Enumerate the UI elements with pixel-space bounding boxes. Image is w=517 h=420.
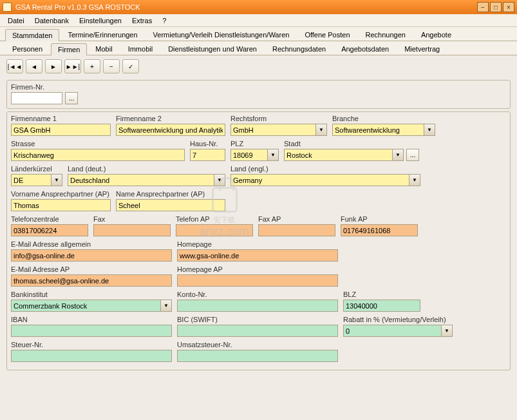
- tab-rechnungsdaten[interactable]: Rechnungsdaten: [265, 43, 333, 55]
- homepage-ap-label: Homepage AP: [177, 265, 338, 273]
- tab-rechnungen[interactable]: Rechnungen: [359, 28, 413, 41]
- nav-remove[interactable]: −: [103, 59, 120, 73]
- blz-input[interactable]: [343, 300, 420, 312]
- nav-prev[interactable]: ◄: [26, 59, 42, 73]
- rabatt-combo[interactable]: 0▼: [343, 325, 453, 337]
- minimize-button[interactable]: −: [477, 2, 489, 12]
- landerkurzel-combo[interactable]: DE▼: [11, 174, 62, 186]
- nav-confirm[interactable]: ✓: [122, 59, 139, 73]
- land-deut-label: Land (deut.): [68, 165, 225, 173]
- plz-label: PLZ: [230, 140, 279, 148]
- email-ap-input[interactable]: [11, 274, 172, 287]
- titlebar: GSA Rental Pro v1.0.3 GSA ROSTOCK − □ ×: [0, 0, 517, 14]
- firmennr-panel: Firmen-Nr. ...: [6, 80, 511, 109]
- name-ap-input[interactable]: [116, 199, 225, 211]
- iban-label: IBAN: [11, 316, 172, 323]
- email-allg-input[interactable]: [11, 249, 172, 262]
- kontonr-input[interactable]: [177, 300, 338, 312]
- funk-ap-input[interactable]: [341, 224, 418, 236]
- stadt-combo[interactable]: Rostock▼: [284, 149, 404, 161]
- nav-first[interactable]: |◄◄: [6, 59, 23, 73]
- telefonzentrale-input[interactable]: [11, 224, 88, 236]
- homepage-input[interactable]: [177, 249, 338, 262]
- menu-datenbank[interactable]: Datenbank: [31, 15, 73, 26]
- bic-input[interactable]: [177, 325, 338, 337]
- fax-input[interactable]: [93, 224, 171, 236]
- firmenname1-input[interactable]: [11, 124, 111, 136]
- close-button[interactable]: ×: [503, 2, 514, 12]
- telefonzentrale-label: Telefonzentrale: [11, 215, 88, 223]
- menu-extras[interactable]: Extras: [128, 15, 156, 26]
- chevron-down-icon[interactable]: ▼: [315, 124, 326, 135]
- rabatt-label: Rabatt in % (Vermietung/Verleih): [343, 316, 453, 323]
- nav-toolbar: |◄◄ ◄ ► ►►| + − ✓: [0, 55, 517, 77]
- tab-offene[interactable]: Offene Posten: [297, 28, 357, 41]
- land-deut-combo[interactable]: Deutschland▼: [68, 174, 225, 186]
- fax-label: Fax: [93, 215, 171, 223]
- chevron-down-icon[interactable]: ▼: [409, 175, 420, 186]
- firmenname2-label: Firmenname 2: [116, 115, 225, 122]
- name-ap-label: Name Ansprechpartner (AP): [116, 190, 225, 198]
- nav-last[interactable]: ►►|: [64, 59, 81, 73]
- tab-mietvertrag[interactable]: Mietvertrag: [397, 43, 447, 55]
- chevron-down-icon[interactable]: ▼: [214, 175, 225, 186]
- firmennr-browse-button[interactable]: ...: [65, 92, 78, 104]
- stadt-label: Stadt: [284, 140, 419, 148]
- firmennr-input[interactable]: [11, 92, 62, 104]
- hausnr-label: Haus-Nr.: [190, 140, 225, 148]
- branche-label: Branche: [332, 115, 435, 122]
- fax-ap-label: Fax AP: [258, 215, 335, 223]
- umsatzsteuernr-input[interactable]: [177, 350, 338, 362]
- land-engl-combo[interactable]: Germany▼: [230, 174, 420, 186]
- steuernr-input[interactable]: [11, 350, 172, 362]
- tab-angebote[interactable]: Angebote: [414, 28, 458, 41]
- tab-personen[interactable]: Personen: [5, 43, 50, 55]
- hausnr-input[interactable]: [190, 149, 225, 161]
- branche-combo[interactable]: Softwareentwicklung▼: [332, 124, 435, 136]
- plz-combo[interactable]: 18069▼: [230, 149, 279, 161]
- chevron-down-icon[interactable]: ▼: [267, 149, 278, 160]
- tab-angebotsdaten[interactable]: Angebotsdaten: [334, 43, 396, 55]
- funk-ap-label: Funk AP: [341, 215, 418, 223]
- stadt-browse-button[interactable]: ...: [406, 149, 419, 161]
- menu-einstellungen[interactable]: Einstellungen: [75, 15, 126, 26]
- tab-vermietung[interactable]: Vermietung/Verleih Dienstleistungen/Ware…: [146, 28, 297, 41]
- vorname-ap-label: Vorname Ansprechpartner (AP): [11, 190, 111, 198]
- maximize-button[interactable]: □: [490, 2, 502, 12]
- nav-next[interactable]: ►: [45, 59, 62, 73]
- tab-stammdaten[interactable]: Stammdaten: [5, 29, 59, 41]
- telefon-ap-label: Telefon AP: [176, 215, 253, 223]
- firmenname1-label: Firmenname 1: [11, 115, 111, 122]
- strasse-label: Strasse: [11, 140, 185, 148]
- chevron-down-icon[interactable]: ▼: [160, 300, 171, 311]
- tab-immobil[interactable]: Immobil: [121, 43, 160, 55]
- tab-dienstleistungen[interactable]: Dienstleistungen und Waren: [161, 43, 264, 55]
- umsatzsteuernr-label: Umsatzsteuer-Nr.: [177, 341, 338, 348]
- firmenname2-input[interactable]: [116, 124, 225, 136]
- telefon-ap-input[interactable]: [176, 224, 253, 236]
- steuernr-label: Steuer-Nr.: [11, 341, 172, 348]
- nav-add[interactable]: +: [84, 59, 100, 73]
- homepage-label: Homepage: [177, 240, 338, 248]
- app-icon: [3, 3, 12, 12]
- vorname-ap-input[interactable]: [11, 199, 111, 211]
- chevron-down-icon[interactable]: ▼: [424, 124, 435, 135]
- chevron-down-icon[interactable]: ▼: [51, 175, 62, 186]
- tab-termine[interactable]: Termine/Erinnerungen: [61, 28, 144, 41]
- rechtsform-combo[interactable]: GmbH▼: [230, 124, 327, 136]
- strasse-input[interactable]: [11, 149, 185, 161]
- fax-ap-input[interactable]: [258, 224, 335, 236]
- chevron-down-icon[interactable]: ▼: [441, 325, 452, 336]
- main-tabs: Stammdaten Termine/Erinnerungen Vermietu…: [0, 27, 517, 41]
- homepage-ap-input[interactable]: [177, 274, 338, 287]
- bankinstitut-combo[interactable]: Commerzbank Rostock▼: [11, 300, 172, 312]
- chevron-down-icon[interactable]: ▼: [392, 149, 403, 160]
- iban-input[interactable]: [11, 325, 172, 337]
- window-title: GSA Rental Pro v1.0.3 GSA ROSTOCK: [15, 3, 477, 11]
- main-form-panel: Firmenname 1 Firmenname 2 Rechtsform Gmb…: [6, 111, 511, 370]
- tab-firmen[interactable]: Firmen: [51, 43, 87, 55]
- landerkurzel-label: Länderkürzel: [11, 165, 62, 173]
- tab-mobil[interactable]: Mobil: [88, 43, 119, 55]
- menu-datei[interactable]: Datei: [4, 15, 28, 26]
- menu-help[interactable]: ?: [158, 15, 170, 26]
